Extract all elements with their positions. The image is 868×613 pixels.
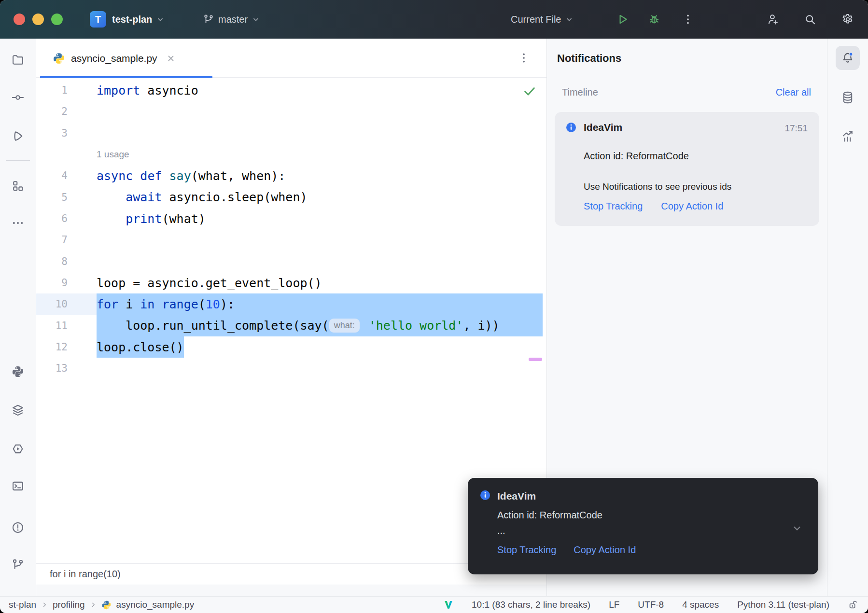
line-number[interactable]: 3 — [36, 123, 97, 144]
breadcrumb-file[interactable]: asyncio_sample.py — [116, 599, 195, 610]
code-line[interactable]: 13 — [36, 358, 546, 379]
toast-stop-tracking-link[interactable]: Stop Tracking — [497, 544, 556, 556]
breadcrumb-folder[interactable]: profiling — [53, 599, 85, 610]
code-segment — [154, 298, 162, 310]
line-number[interactable] — [36, 144, 97, 165]
ideavim-icon[interactable] — [444, 600, 453, 610]
info-icon — [565, 122, 577, 133]
line-number[interactable]: 10 — [36, 293, 97, 315]
add-user-icon[interactable] — [767, 13, 779, 26]
project-folder-icon[interactable] — [11, 53, 25, 67]
copy-action-id-link[interactable]: Copy Action Id — [661, 201, 723, 212]
python-packages-icon[interactable] — [11, 365, 25, 378]
python-icon — [53, 52, 65, 65]
toast-message: Action id: ReformatCode — [497, 510, 602, 521]
stop-tracking-link[interactable]: Stop Tracking — [584, 201, 643, 212]
layers-services-icon[interactable] — [11, 404, 25, 417]
line-number[interactable]: 5 — [36, 187, 97, 208]
line-separator-widget[interactable]: LF — [609, 599, 619, 610]
line-number[interactable]: 13 — [36, 358, 97, 379]
encoding-widget[interactable]: UTF-8 — [638, 599, 664, 610]
project-badge-letter: T — [95, 14, 101, 25]
problems-icon[interactable] — [11, 521, 25, 534]
code-line[interactable]: 12loop.close() — [36, 336, 546, 358]
close-icon[interactable] — [166, 54, 176, 63]
structure-icon[interactable] — [11, 179, 25, 193]
git-branch-icon — [203, 14, 214, 25]
line-number[interactable]: 1 — [36, 80, 97, 101]
indent-widget[interactable]: 4 spaces — [682, 599, 719, 610]
code-segment: 10 — [206, 298, 220, 310]
notification-toast[interactable]: IdeaVim Action id: ReformatCode ... Stop… — [468, 478, 818, 574]
run-toolwindow-icon[interactable] — [11, 129, 25, 143]
git-toolwindow-icon[interactable] — [11, 558, 25, 571]
editor-more-vertical-icon[interactable] — [517, 51, 531, 65]
notifications-bell-button[interactable] — [836, 46, 860, 70]
more-vertical-icon[interactable] — [682, 13, 694, 26]
code-line[interactable]: 11 loop.run_until_complete(say(what: 'he… — [36, 315, 546, 336]
services-run-icon[interactable] — [11, 442, 25, 456]
vcs-branch-widget[interactable]: master — [203, 0, 260, 39]
code-segment: import — [97, 84, 140, 97]
code-segment: i — [118, 298, 140, 310]
editor-tab[interactable]: asyncio_sample.py — [40, 39, 212, 78]
unlocked-icon[interactable] — [848, 599, 858, 610]
code-segment: def — [140, 170, 162, 182]
terminal-icon[interactable] — [11, 479, 25, 493]
project-badge[interactable]: T — [90, 11, 106, 28]
line-number[interactable]: 4 — [36, 165, 97, 186]
chevron-down-icon[interactable] — [791, 522, 803, 534]
line-number[interactable]: 2 — [36, 101, 97, 122]
code-line[interactable]: 6 print(what) — [36, 208, 546, 229]
code-line[interactable]: 4async def say(what, when): — [36, 165, 546, 186]
code-line[interactable]: 1import asyncio — [36, 80, 546, 101]
macos-zoom-button[interactable] — [51, 14, 63, 25]
inspections-ok-icon[interactable] — [523, 84, 536, 98]
more-toolwindows-icon[interactable] — [11, 216, 25, 230]
code-line[interactable]: 3 — [36, 123, 546, 144]
run-icon[interactable] — [616, 13, 629, 26]
settings-gear-icon[interactable] — [841, 13, 854, 26]
code-line[interactable]: 1 usage — [36, 144, 546, 165]
line-number[interactable]: 7 — [36, 229, 97, 251]
parameter-hint-inlay: what: — [329, 319, 360, 333]
code-segment — [133, 170, 140, 182]
macos-minimize-button[interactable] — [32, 14, 44, 25]
line-number[interactable]: 6 — [36, 208, 97, 229]
project-widget[interactable]: test-plan — [112, 0, 165, 39]
chevron-down-icon — [156, 15, 165, 24]
line-number[interactable]: 8 — [36, 251, 97, 272]
code-segment: async — [97, 170, 133, 182]
code-segment: ( — [198, 298, 206, 310]
search-icon[interactable] — [804, 13, 816, 26]
code-line[interactable]: 5 await asyncio.sleep(when) — [36, 187, 546, 208]
profiler-chart-icon[interactable] — [841, 129, 854, 143]
code-line[interactable]: 2 — [36, 101, 546, 122]
clear-all-link[interactable]: Clear all — [776, 87, 811, 98]
code-segment — [162, 170, 169, 182]
title-bar: T test-plan master Current File — [0, 0, 868, 39]
timeline-label: Timeline — [562, 87, 598, 98]
line-number[interactable]: 9 — [36, 272, 97, 293]
code-line[interactable]: 9loop = asyncio.get_event_loop() — [36, 272, 546, 293]
code-segment: 'hello world' — [362, 320, 463, 332]
chevron-right-icon — [90, 601, 97, 608]
run-configuration-selector[interactable]: Current File — [511, 0, 574, 39]
usages-hint[interactable]: 1 usage — [97, 149, 129, 160]
code-line[interactable]: 10for i in range(10): — [36, 293, 546, 315]
breadcrumb-project[interactable]: st-plan — [9, 599, 36, 610]
toast-copy-action-id-link[interactable]: Copy Action Id — [574, 544, 636, 556]
chevron-down-icon — [252, 15, 260, 24]
code-line[interactable]: 8 — [36, 251, 546, 272]
commit-icon[interactable] — [11, 91, 25, 104]
notification-message: Action id: ReformatCode — [584, 151, 689, 162]
line-number[interactable]: 12 — [36, 336, 97, 358]
debug-icon[interactable] — [648, 13, 660, 26]
code-line[interactable]: 7 — [36, 229, 546, 251]
interpreter-widget[interactable]: Python 3.11 (test-plan) — [737, 599, 829, 610]
database-icon[interactable] — [841, 91, 854, 104]
right-tool-strip — [827, 39, 868, 596]
macos-close-button[interactable] — [14, 14, 25, 25]
caret-position-widget[interactable]: 10:1 (83 chars, 2 line breaks) — [472, 599, 590, 610]
line-number[interactable]: 11 — [36, 315, 97, 336]
